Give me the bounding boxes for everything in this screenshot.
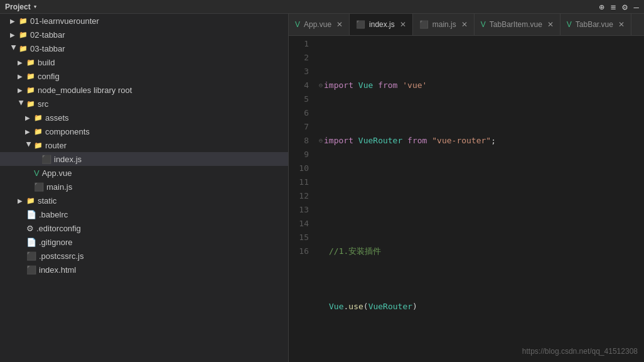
folder-icon: 📁 <box>34 128 43 136</box>
project-title: Project <box>5 3 31 11</box>
tab-close-tabbaritem-vue[interactable]: ✕ <box>547 20 554 29</box>
file-icon: 📄 <box>26 238 36 247</box>
watermark: https://blog.csdn.net/qq_41512308 <box>522 347 638 356</box>
arrow-icon: ▶ <box>10 31 18 38</box>
code-line-1: ⊖ import Vue from 'vue' <box>319 79 644 92</box>
arrow-icon: ▶ <box>25 128 33 135</box>
config-file-icon: ⚙ <box>26 224 34 233</box>
top-bar-icons: ⊕ ≡ ⚙ — <box>599 2 639 12</box>
tab-label: TabBarItem.vue <box>490 20 542 29</box>
sidebar-item-editorconfig[interactable]: ▶ ⚙ .editorconfig <box>0 221 288 235</box>
folder-icon: 📁 <box>19 17 28 25</box>
tab-index-js[interactable]: ⬛ index.js ✕ <box>350 14 413 35</box>
tab-close-index-js[interactable]: ✕ <box>400 20 406 29</box>
sidebar-item-index-js[interactable]: ▶ ⬛ index.js <box>0 152 288 166</box>
sidebar-item-02tabbar[interactable]: ▶ 📁 02-tabbar <box>0 28 288 41</box>
folder-icon: 📁 <box>19 31 28 39</box>
code-line-5: Vue . use ( VueRouter ) <box>319 300 644 314</box>
sidebar-item-main-js[interactable]: ▶ ⬛ main.js <box>0 180 288 194</box>
sidebar-item-03tabbar[interactable]: ▶ 📁 03-tabbar <box>0 41 288 55</box>
sidebar-item-build[interactable]: ▶ 📁 build <box>0 55 288 69</box>
sidebar-label: 03-tabbar <box>30 44 65 53</box>
sidebar-item-index-html[interactable]: ▶ ⬛ index.html <box>0 263 288 277</box>
sidebar-item-static[interactable]: ▶ 📁 static <box>0 194 288 207</box>
sidebar-item-components[interactable]: ▶ 📁 components <box>0 124 288 138</box>
code-line-2: ⊖ import VueRouter from "vue-router" ; <box>319 134 644 148</box>
sidebar-label: 01-learnvuerounter <box>30 16 99 26</box>
arrow-icon: ▶ <box>10 18 18 25</box>
sidebar-item-01learnvuerounter[interactable]: ▶ 📁 01-learnvuerounter <box>0 14 288 28</box>
line-numbers: 1 2 3 4 5 6 7 8 9 10 11 12 13 14 15 16 <box>289 36 314 362</box>
arrow-icon: ▶ <box>18 73 25 80</box>
sidebar-item-gitignore[interactable]: ▶ 📄 .gitignore <box>0 235 288 249</box>
tab-tabbaritem-vue[interactable]: V TabBarItem.vue ✕ <box>475 14 561 35</box>
arrow-icon: ▶ <box>18 100 25 107</box>
vue-tab-icon: V <box>295 20 300 29</box>
collapse-icon[interactable]: ≡ <box>611 2 616 12</box>
folder-icon: 📁 <box>19 45 28 53</box>
tabs-bar: V App.vue ✕ ⬛ index.js ✕ ⬛ main.js ✕ V T… <box>289 14 644 36</box>
folder-icon: 📁 <box>26 197 35 205</box>
tab-close-tabbar-vue[interactable]: ✕ <box>618 20 625 29</box>
tab-main-js[interactable]: ⬛ main.js ✕ <box>413 14 475 35</box>
code-line-3 <box>319 189 644 203</box>
vue-file-icon: V <box>34 168 40 178</box>
file-icon: 📄 <box>26 210 36 219</box>
folder-icon: 📁 <box>26 58 35 67</box>
fold-icon: ⊖ <box>319 134 323 148</box>
settings-icon[interactable]: ⚙ <box>622 2 627 12</box>
js-tab-icon: ⬛ <box>419 20 429 29</box>
arrow-icon: ▶ <box>18 197 25 204</box>
arrow-icon: ▶ <box>18 59 25 66</box>
js-file-icon: ⬛ <box>34 182 44 192</box>
sidebar-label: components <box>45 127 90 136</box>
folder-icon: 📁 <box>34 114 43 122</box>
tab-tabbar-vue[interactable]: V TabBar.vue ✕ <box>561 14 631 35</box>
sidebar-item-src[interactable]: ▶ 📁 src <box>0 97 288 111</box>
sidebar-label: node_modules library root <box>38 85 132 95</box>
sidebar-item-config[interactable]: ▶ 📁 config <box>0 69 288 83</box>
sidebar-label: build <box>38 58 55 67</box>
sidebar-label: 02-tabbar <box>30 30 65 40</box>
sidebar-item-assets[interactable]: ▶ 📁 assets <box>0 111 288 124</box>
tab-close-main-js[interactable]: ✕ <box>461 20 468 29</box>
sidebar-label: main.js <box>46 182 72 192</box>
code-area[interactable]: ⊖ import Vue from 'vue' ⊖ import VueRout… <box>314 36 644 362</box>
folder-icon: 📁 <box>26 72 35 80</box>
sidebar-item-router[interactable]: ▶ 📁 router <box>0 138 288 152</box>
new-file-icon[interactable]: ⊕ <box>599 2 604 12</box>
arrow-icon: ▶ <box>11 45 18 52</box>
sidebar-label: config <box>38 72 60 81</box>
sidebar-item-app-vue[interactable]: ▶ V App.vue <box>0 166 288 180</box>
folder-icon: 📁 <box>26 86 35 94</box>
tab-label: index.js <box>369 20 395 29</box>
sidebar-label: .postcssrc.js <box>39 251 84 261</box>
tab-close-app-vue[interactable]: ✕ <box>336 20 343 29</box>
sidebar-label: router <box>45 141 67 150</box>
sidebar-label: .gitignore <box>39 238 72 247</box>
top-bar: Project ▾ ⊕ ≡ ⚙ — <box>0 0 644 14</box>
tab-label: TabBar.vue <box>576 20 613 29</box>
sidebar-item-postcssrc[interactable]: ▶ ⬛ .postcssrc.js <box>0 249 288 263</box>
sidebar-item-node-modules[interactable]: ▶ 📁 node_modules library root <box>0 83 288 97</box>
sidebar-label: App.vue <box>42 168 72 178</box>
sidebar-label: static <box>38 196 56 206</box>
arrow-icon: ▶ <box>18 87 25 94</box>
sidebar-label: index.js <box>54 155 82 164</box>
folder-icon: 📁 <box>34 141 43 150</box>
fold-icon: ⊖ <box>319 79 323 92</box>
vue-tab-icon: V <box>481 20 486 29</box>
sidebar-label: .editorconfig <box>36 224 81 233</box>
tab-app-vue[interactable]: V App.vue ✕ <box>289 14 350 35</box>
editor-content[interactable]: 1 2 3 4 5 6 7 8 9 10 11 12 13 14 15 16 <box>289 36 644 362</box>
arrow-icon: ▶ <box>26 141 33 149</box>
js-file-icon: ⬛ <box>26 251 36 261</box>
sidebar-label: index.html <box>39 265 76 275</box>
js-file-icon: ⬛ <box>41 155 51 164</box>
sidebar-label: .babelrc <box>39 210 68 219</box>
tab-label: main.js <box>432 20 456 29</box>
minimize-icon[interactable]: — <box>634 2 639 12</box>
vue-tab-icon: V <box>567 20 572 29</box>
arrow-icon: ▶ <box>25 114 33 121</box>
sidebar-item-babelrc[interactable]: ▶ 📄 .babelrc <box>0 207 288 221</box>
